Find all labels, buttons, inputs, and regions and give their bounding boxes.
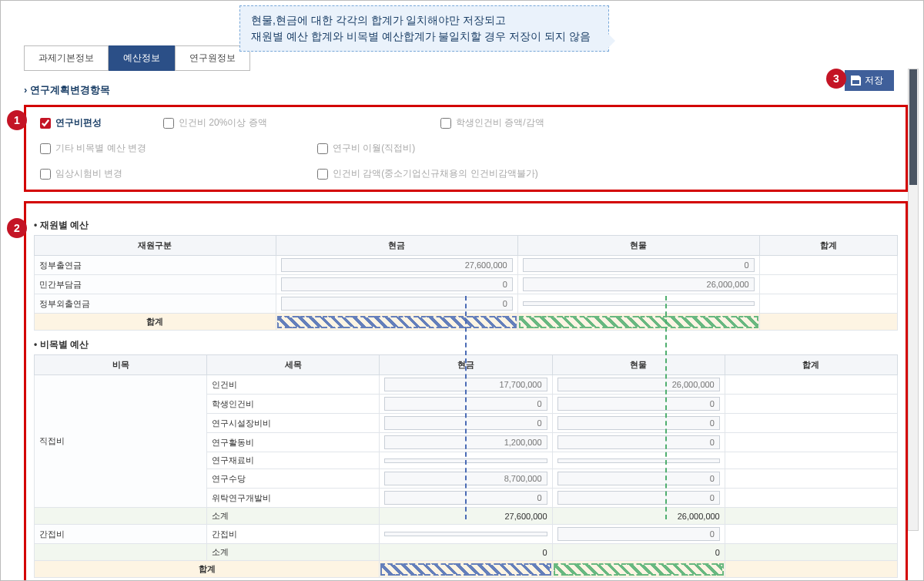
save-label: 저장 xyxy=(865,74,883,87)
tab-budget-info[interactable]: 예산정보 xyxy=(109,45,175,71)
check-budget-org[interactable]: 연구비편성 xyxy=(40,116,117,129)
input-cash[interactable] xyxy=(384,532,547,536)
check-clinical-change[interactable]: 임상시험비 변경 xyxy=(40,167,271,180)
save-button[interactable]: 저장 xyxy=(845,70,894,91)
input-inkind[interactable]: 0 xyxy=(557,527,720,541)
input-inkind[interactable]: 0 xyxy=(557,416,720,430)
input-inkind[interactable]: 0 xyxy=(557,397,720,411)
callout-1: 1 xyxy=(7,110,27,130)
save-icon xyxy=(851,76,861,86)
scrollbar-thumb[interactable] xyxy=(909,69,917,185)
input-inkind[interactable]: 26,000,000 xyxy=(523,277,755,291)
input-inkind[interactable] xyxy=(523,301,755,306)
input-inkind[interactable]: 0 xyxy=(557,491,720,505)
table-row: 정부출연금 27,600,000 0 xyxy=(35,256,898,275)
check-budget-org-input[interactable] xyxy=(40,118,51,129)
annotation-note: 현물,현금에 대한 각각의 합계가 일치해야만 저장되고 재원별 예산 합계와 … xyxy=(239,5,609,52)
input-inkind[interactable] xyxy=(557,458,720,463)
total-row: 합계 xyxy=(35,561,898,578)
col-source: 재원구분 xyxy=(35,236,276,256)
col-total: 합계 xyxy=(759,236,897,256)
input-inkind[interactable]: 0 xyxy=(523,258,755,272)
check-carryover-input[interactable] xyxy=(317,143,328,154)
tab-basic-info[interactable]: 과제기본정보 xyxy=(24,45,109,71)
check-labor-increase-input[interactable] xyxy=(163,118,174,129)
hatched-total-inkind xyxy=(519,316,758,328)
table-row: 민간부담금 0 26,000,000 xyxy=(35,275,898,294)
check-student-labor[interactable]: 학생인건비 증액/감액 xyxy=(440,116,671,129)
input-inkind[interactable]: 0 xyxy=(557,435,720,449)
hatched-total-inkind xyxy=(554,563,724,576)
section-title: 연구계획변경항목 xyxy=(24,83,908,97)
col-total: 합계 xyxy=(725,355,897,375)
annotation-line2: 재원별 예산 합계와 비목별 예산합계가 불일치할 경우 저장이 되지 않음 xyxy=(251,29,598,45)
check-labor-decrease-input[interactable] xyxy=(317,169,328,180)
connector-cash-line xyxy=(465,296,467,519)
check-clinical-change-input[interactable] xyxy=(40,169,51,180)
input-inkind[interactable]: 26,000,000 xyxy=(557,378,720,391)
subtotal-row: 소계 0 0 xyxy=(35,544,898,561)
input-cash[interactable]: 0 xyxy=(281,277,513,291)
check-other-item-change[interactable]: 기타 비목별 예산 변경 xyxy=(40,142,271,155)
input-cash[interactable]: 27,600,000 xyxy=(281,258,513,272)
check-labor-increase[interactable]: 인건비 20%이상 증액 xyxy=(163,116,394,129)
col-inkind: 현물 xyxy=(552,355,725,375)
total-row: 합계 xyxy=(35,314,898,331)
check-carryover[interactable]: 연구비 이월(직접비) xyxy=(317,142,548,155)
col-category: 비목 xyxy=(35,355,207,375)
check-other-item-change-input[interactable] xyxy=(40,143,51,154)
col-cash: 현금 xyxy=(276,236,517,256)
callout-3: 3 xyxy=(826,69,846,89)
hatched-total-cash xyxy=(380,563,551,576)
app-window: 현물,현금에 대한 각각의 합계가 일치해야만 저장되고 재원별 예산 합계와 … xyxy=(0,0,924,581)
scrollbar[interactable] xyxy=(908,69,919,531)
col-subitem: 세목 xyxy=(207,355,380,375)
check-student-labor-input[interactable] xyxy=(440,118,451,129)
source-budget-title: 재원별 예산 xyxy=(34,219,898,232)
table-row: 간접비 간접비 0 xyxy=(35,525,898,544)
input-inkind[interactable]: 0 xyxy=(557,472,720,485)
connector-inkind-line xyxy=(665,296,667,519)
col-inkind: 현물 xyxy=(517,236,759,256)
input-cash[interactable]: 0 xyxy=(281,297,513,311)
callout-2: 2 xyxy=(7,218,27,238)
check-labor-decrease[interactable]: 인건비 감액(중소기업신규채용의 인건비감액불가) xyxy=(317,167,625,180)
source-budget-table: 재원구분 현금 현물 합계 정부출연금 27,600,000 0 민간부담금 0… xyxy=(34,235,898,331)
hatched-total-cash xyxy=(277,316,517,328)
budget-tables-box: 재원별 예산 재원구분 현금 현물 합계 정부출연금 27,600,000 0 xyxy=(24,201,908,581)
annotation-line1: 현물,현금에 대한 각각의 합계가 일치해야만 저장되고 xyxy=(251,12,598,29)
change-items-box: 연구비편성 인건비 20%이상 증액 학생인건비 증액/감액 기타 비목별 예산… xyxy=(24,105,908,192)
